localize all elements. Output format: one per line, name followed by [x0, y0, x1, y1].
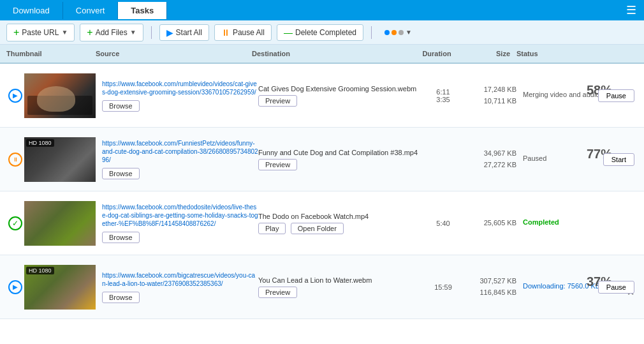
source-url-2: https://www.facebook.com/FunniestPetz/vi…	[102, 139, 258, 164]
hd-badge-2: HD 1080	[26, 139, 54, 147]
start-all-button[interactable]: ▶ Start All	[159, 24, 209, 41]
task-icon-2: ⏸	[6, 153, 24, 167]
task-duration-4: 15:59	[424, 283, 462, 291]
table-row: ▶ https://www.facebook.com/rumblevideo/v…	[0, 64, 644, 128]
task-dest-1: Cat Gives Dog Extensive Grooming Session…	[258, 85, 424, 107]
table-row: ⏸ HD 1080 https://www.facebook.com/Funni…	[0, 128, 644, 191]
browse-button-1[interactable]: Browse	[102, 100, 140, 112]
plus-icon: +	[13, 27, 19, 38]
pause-circle-icon: ⏸	[8, 153, 22, 167]
task-source-2: https://www.facebook.com/FunniestPetz/vi…	[102, 139, 258, 179]
task-size-3: 25,605 KB	[462, 218, 516, 229]
source-url-1: https://www.facebook.com/rumblevideo/vid…	[102, 80, 258, 96]
pause-all-button[interactable]: ⏸ Pause All	[214, 24, 272, 41]
open-folder-button-3[interactable]: Open Folder	[291, 223, 344, 234]
source-url-4: https://www.facebook.com/bigcatrescue/vi…	[102, 271, 258, 288]
delete-completed-icon: —	[284, 27, 293, 38]
pause-button-4[interactable]: Pause	[598, 281, 634, 294]
task-dest-3: The Dodo on Facebook Watch.mp4 Play Open…	[258, 213, 424, 234]
hd-badge-4: HD 1080	[26, 267, 54, 274]
task-source-3: https://www.facebook.com/thedodosite/vid…	[102, 203, 258, 243]
task-status-2: Paused 77% Start	[516, 154, 638, 165]
col-header-destination: Destination	[252, 50, 418, 57]
status-text-3: Completed	[523, 218, 638, 226]
thumbnail-3	[24, 201, 96, 246]
tab-tasks[interactable]: Tasks	[118, 2, 167, 19]
table-row: ✓ https://www.facebook.com/thedodosite/v…	[0, 191, 644, 255]
paste-url-dropdown-icon: ▼	[61, 29, 68, 36]
preview-button-1[interactable]: Preview	[258, 95, 297, 107]
dot-blue	[384, 30, 390, 35]
start-button-2[interactable]: Start	[603, 153, 634, 166]
table-header: Thumbnail Source Destination Duration Si…	[0, 45, 644, 64]
play-circle-icon: ▶	[8, 89, 22, 103]
task-dest-2: Funny and Cute Dog and Cat Compilation #…	[258, 149, 424, 170]
task-icon-4: ▶	[6, 280, 24, 294]
delete-completed-label: Delete Completed	[295, 28, 356, 37]
task-source-1: https://www.facebook.com/rumblevideo/vid…	[102, 80, 258, 112]
pause-all-label: Pause All	[233, 28, 265, 37]
task-icon-1: ▶	[6, 89, 24, 103]
thumbnail-1	[24, 73, 96, 118]
tab-download[interactable]: Download	[0, 2, 63, 19]
dot-gray	[399, 30, 404, 35]
dest-filename-4: You Can Lead a Lion to Water.webm	[258, 276, 424, 284]
paste-url-button[interactable]: + Paste URL ▼	[6, 24, 75, 41]
add-files-label: Add Files	[96, 28, 128, 37]
col-header-status: Status	[510, 50, 638, 57]
add-files-icon: +	[87, 27, 92, 38]
task-size-1: 17,248 KB 10,711 KB	[462, 84, 516, 107]
add-files-button[interactable]: + Add Files ▼	[80, 24, 143, 41]
check-circle-icon: ✓	[8, 216, 22, 230]
task-duration-3: 5:40	[424, 220, 462, 227]
task-status-4: Downloading: 7560.0 KB/s ✕ 37% Pause	[516, 282, 638, 292]
tasks-list: ▶ https://www.facebook.com/rumblevideo/v…	[0, 64, 644, 344]
task-source-4: https://www.facebook.com/bigcatrescue/vi…	[102, 271, 258, 303]
browse-button-3[interactable]: Browse	[102, 232, 140, 243]
task-dest-4: You Can Lead a Lion to Water.webm Previe…	[258, 276, 424, 298]
col-header-thumbnail: Thumbnail	[6, 50, 96, 57]
task-duration-1: 6:11 3:35	[424, 88, 462, 103]
task-icon-3: ✓	[6, 216, 24, 230]
browse-button-2[interactable]: Browse	[102, 168, 140, 179]
dest-filename-1: Cat Gives Dog Extensive Grooming Session…	[258, 85, 424, 93]
preview-button-4[interactable]: Preview	[258, 287, 297, 298]
source-url-3: https://www.facebook.com/thedodosite/vid…	[102, 203, 258, 228]
tab-convert[interactable]: Convert	[63, 2, 119, 19]
preview-button-2[interactable]: Preview	[258, 159, 297, 170]
dest-filename-3: The Dodo on Facebook Watch.mp4	[258, 213, 424, 220]
table-row: ▶ HD 1080 https://www.facebook.com/bigca…	[0, 255, 644, 319]
task-size-4: 307,527 KB 116,845 KB	[462, 276, 516, 298]
menu-icon[interactable]: ☰	[618, 0, 644, 21]
task-status-1: Merging video and audio 58% Pause	[516, 91, 638, 101]
pause-button-1[interactable]: Pause	[598, 89, 634, 102]
col-header-source: Source	[96, 50, 252, 57]
add-files-dropdown-icon: ▼	[130, 29, 136, 36]
task-size-2: 34,967 KB 27,272 KB	[462, 148, 516, 170]
col-header-size: Size	[456, 50, 510, 57]
thumbnail-4: HD 1080	[24, 265, 96, 310]
dot-orange	[392, 30, 397, 35]
header-tabs: Download Convert Tasks ☰	[0, 0, 644, 20]
delete-completed-button[interactable]: — Delete Completed	[277, 24, 363, 41]
pause-all-icon: ⏸	[221, 27, 230, 38]
play-button-3[interactable]: Play	[258, 223, 286, 234]
col-header-duration: Duration	[418, 50, 456, 57]
toolbar-separator-1	[151, 26, 152, 39]
dest-filename-2: Funny and Cute Dog and Cat Compilation #…	[258, 149, 424, 156]
start-all-icon: ▶	[166, 27, 173, 38]
dots-menu-button[interactable]: ▼	[379, 26, 417, 38]
browse-button-4[interactable]: Browse	[102, 292, 140, 303]
paste-url-label: Paste URL	[22, 28, 59, 37]
thumbnail-2: HD 1080	[24, 137, 96, 182]
task-status-3: Completed	[516, 218, 638, 228]
start-all-label: Start All	[176, 28, 202, 37]
dots-dropdown-icon: ▼	[406, 29, 412, 36]
toolbar-separator-2	[371, 26, 372, 39]
play-circle-icon-4: ▶	[8, 280, 22, 294]
toolbar: + Paste URL ▼ + Add Files ▼ ▶ Start All …	[0, 20, 644, 45]
